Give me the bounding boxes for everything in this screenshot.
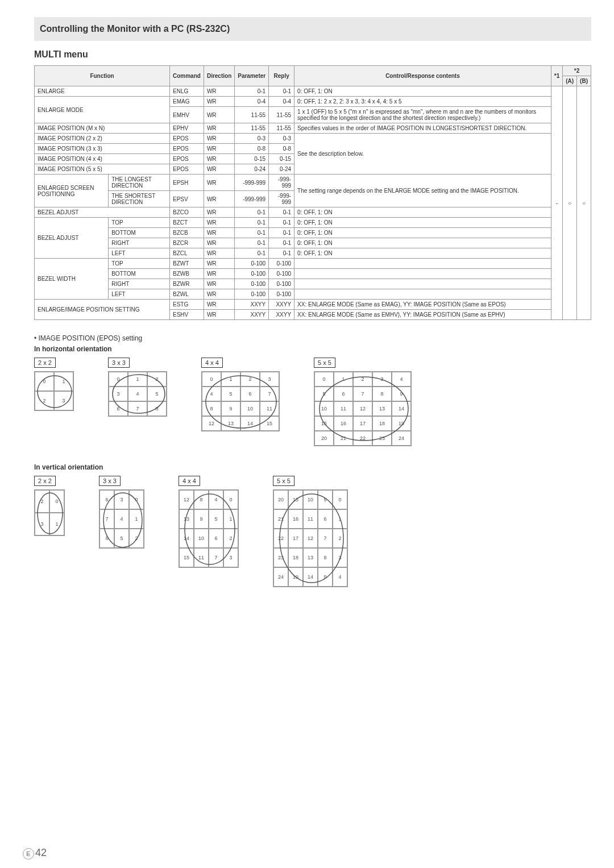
diagram-label: 2 x 2 [34,476,56,486]
grid-cell: 3 [109,387,128,401]
grid-cell: 1 [54,372,73,391]
grid-cell: 4 [209,490,223,509]
grid-cell: 5 [209,509,223,529]
grid-cell: 7 [260,387,279,401]
grid-cell: 3 [114,490,129,509]
grid-cell: 2 [223,529,238,548]
grid-cell: 14 [392,401,411,416]
grid-cell: 7 [318,529,333,548]
grid-cell: 2 [353,372,372,387]
grid-cell: 23 [273,548,288,567]
th-star2: *2 [563,66,591,76]
grid-cell: 1 [223,509,238,529]
grid-cell: 6 [99,490,114,509]
grid-cell: 1 [129,509,144,529]
table-row: BEZEL ADJUST BZCO WR 0-1 0-1 0: OFF, 1: … [35,207,591,218]
grid-cell: 2 [129,529,144,548]
grid-cell: 21 [334,431,353,446]
table-row: RIGHT BZCR WR 0-1 0-1 0: OFF, 1: ON [35,238,591,248]
diagram-3x3-h: 3 x 3 012345678 [108,358,167,417]
grid-cell: 23 [372,431,392,446]
grid-cell: 15 [288,490,303,509]
vertical-orientation-title: In vertical orientation [34,463,591,471]
grid-cell: 15 [314,416,334,431]
grid-cell: 12 [353,401,372,416]
star1-cell: - [551,86,562,320]
grid-cell: 0 [35,372,54,391]
grid-cell: 10 [314,401,334,416]
horizontal-orientation-title: In horizontal orientation [34,345,591,353]
grid-cell: 19 [288,567,303,587]
grid-cell: 6 [318,509,333,529]
diagram-label: 3 x 3 [108,358,130,368]
th-star1: *1 [551,66,562,86]
star2-b-cell: ○ [577,86,591,320]
grid-cell: 11 [194,548,209,567]
grid-cell: 5 [147,387,167,401]
grid-cell: 13 [303,548,318,567]
grid-cell: 8 [99,529,114,548]
grid-cell: 11 [334,401,353,416]
table-row: LEFT BZCL WR 0-1 0-1 0: OFF, 1: ON [35,248,591,259]
grid-cell: 1 [221,372,240,387]
grid-cell: 20 [273,490,288,509]
diagram-2x2-v: 2 x 2 2031 [34,476,65,536]
grid-cell: 12 [179,490,194,509]
grid-cell: 2 [35,490,49,513]
grid-cell: 15 [260,416,279,431]
grid-cell: 3 [54,391,73,410]
grid-cell: 2 [333,529,347,548]
section-header: Controlling the Monitor with a PC (RS-23… [34,17,591,41]
th-function: Function [35,66,170,86]
grid-cell: 3 [260,372,279,387]
grid-cell: 0 [129,490,144,509]
diagram-label: 3 x 3 [99,476,121,486]
grid-cell: 1 [333,509,347,529]
table-row: IMAGE POSITION (2 x 2) EPOS WR 0-3 0-3 S… [35,134,591,144]
table-row: ENLARGE ENLG WR 0-1 0-1 0: OFF, 1: ON - … [35,86,591,97]
grid-cell: 10 [240,401,260,416]
section-title: Controlling the Monitor with a PC (RS-23… [40,24,586,34]
diagram-label: 2 x 2 [34,358,56,368]
grid-cell: 13 [179,509,194,529]
grid-cell: 14 [240,416,260,431]
table-row: BEZEL WIDTH TOP BZWT WR 0-100 0-100 [35,259,591,269]
grid-cell: 17 [288,529,303,548]
grid-cell: 6 [109,401,128,416]
th-b: (B) [577,76,591,86]
vertical-diagrams: 2 x 2 2031 3 x 3 630741852 4 x 4 1284013… [34,476,591,587]
grid-cell: 14 [303,567,318,587]
grid-cell: 24 [392,431,411,446]
table-row: LEFT BZWL WR 0-100 0-100 [35,289,591,300]
diagram-4x4-v: 4 x 4 1284013951141062151173 [179,476,239,568]
grid-cell: 9 [221,401,240,416]
grid-cell: 4 [333,567,347,587]
grid-cell: 5 [221,387,240,401]
grid-cell: 15 [179,548,194,567]
page-number: E42 [23,847,47,859]
multi-menu-table: Function Command Direction Parameter Rep… [34,65,591,320]
grid-cell: 0 [202,372,221,387]
table-row: IMAGE POSITION (M x N) EPHV WR 11-55 11-… [35,123,591,134]
grid-cell: 7 [128,401,147,416]
page-number-text: 42 [35,847,47,858]
grid-cell: 24 [273,567,288,587]
grid-cell: 7 [209,548,223,567]
grid-cell: 5 [314,387,334,401]
diagram-5x5-h: 5 x 5 0123456789101112131415161718192021… [314,358,412,446]
grid-cell: 12 [303,529,318,548]
grid-cell: 19 [392,416,411,431]
table-row: BEZEL ADJUST TOP BZCT WR 0-1 0-1 0: OFF,… [35,218,591,228]
grid-cell: 13 [221,416,240,431]
grid-cell: 3 [372,372,392,387]
grid-cell: 13 [372,401,392,416]
grid-cell: 14 [179,529,194,548]
th-direction: Direction [204,66,234,86]
th-reply: Reply [269,66,294,86]
grid-cell: 2 [240,372,260,387]
grid-cell: 12 [202,416,221,431]
grid-cell: 4 [128,387,147,401]
grid-cell: 8 [372,387,392,401]
th-a: (A) [563,76,577,86]
grid-cell: 11 [303,509,318,529]
